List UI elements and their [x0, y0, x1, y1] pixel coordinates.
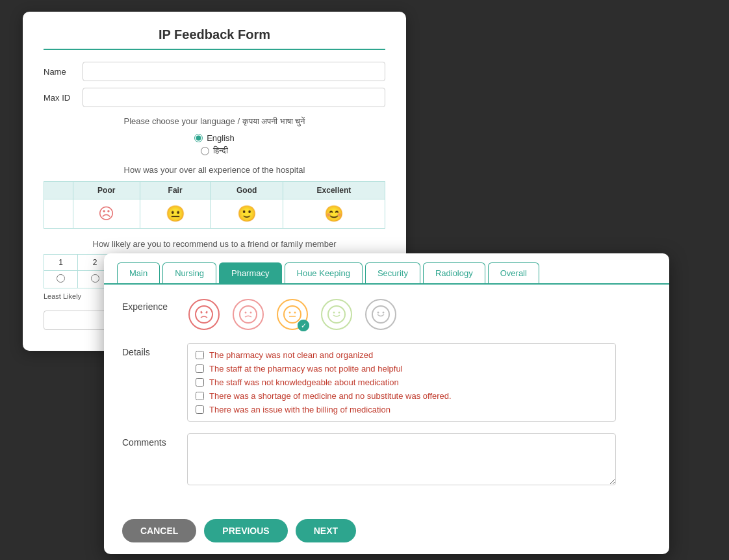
details-label: Details	[122, 343, 187, 357]
tab-nursing[interactable]: Nursing	[162, 262, 216, 283]
previous-button[interactable]: PREVIOUS	[204, 519, 287, 542]
rating-row-label	[44, 199, 73, 229]
detail-text-4: There was a shortage of medicine and no …	[209, 391, 452, 401]
svg-point-6	[284, 306, 301, 323]
face-sad[interactable]	[231, 298, 265, 331]
detail-text-3: The staff was not knowledgeable about me…	[209, 377, 399, 387]
poor-face-cell[interactable]: ☹	[73, 199, 140, 229]
svg-point-9	[328, 306, 345, 323]
hindi-label: हिन्दी	[213, 146, 228, 156]
good-face-cell[interactable]: 🙂	[211, 199, 283, 229]
language-radio-group: English हिन्दी	[44, 133, 385, 156]
excellent-face-cell[interactable]: 😊	[283, 199, 385, 229]
svg-point-7	[289, 312, 291, 314]
excellent-face-icon: 😊	[324, 205, 344, 222]
comments-label: Comments	[122, 433, 187, 448]
fair-face-icon: 😐	[166, 205, 185, 222]
rating-empty-header	[44, 182, 73, 199]
maxid-input[interactable]	[83, 88, 385, 107]
face-happy-circle	[321, 299, 352, 330]
selected-checkmark: ✓	[298, 320, 309, 331]
detail-item-3[interactable]: The staff was not knowledgeable about me…	[196, 377, 608, 387]
name-input[interactable]	[83, 62, 385, 81]
rating-table: Poor Fair Good Excellent ☹ 😐 🙂 😊	[44, 181, 385, 229]
detail-checkbox-1[interactable]	[196, 351, 204, 359]
svg-point-5	[250, 312, 252, 314]
svg-point-0	[196, 306, 212, 323]
next-button[interactable]: NEXT	[296, 519, 356, 542]
fg-content: Experience	[104, 283, 669, 510]
svg-point-3	[240, 306, 257, 323]
experience-label: Experience	[122, 298, 187, 312]
detail-checkbox-4[interactable]	[196, 392, 204, 400]
details-box: The pharmacy was not clean and organized…	[187, 343, 616, 422]
svg-point-13	[377, 312, 379, 314]
experience-prompt: How was your over all experience of the …	[44, 165, 385, 175]
tab-overall[interactable]: Overall	[488, 262, 539, 283]
form-footer: CANCEL PREVIOUS NEXT	[104, 510, 669, 554]
detail-item-5[interactable]: There was an issue with the billing of m…	[196, 405, 608, 414]
experience-faces: ✓	[187, 298, 398, 331]
recommend-prompt: How likely are you to recommend us to a …	[44, 239, 385, 249]
rating-row: ☹ 😐 🙂 😊	[44, 199, 385, 229]
detail-item-1[interactable]: The pharmacy was not clean and organized	[196, 350, 608, 360]
name-row: Name	[44, 62, 385, 81]
scale-1: 1	[44, 255, 78, 271]
face-neutral[interactable]: ✓	[275, 298, 309, 331]
hindi-radio[interactable]	[201, 147, 209, 155]
fair-face-cell[interactable]: 😐	[140, 199, 211, 229]
poor-face-icon: ☹	[98, 205, 114, 222]
good-face-icon: 🙂	[237, 205, 257, 222]
detail-item-4[interactable]: There was a shortage of medicine and no …	[196, 391, 608, 401]
rating-good-header: Good	[211, 182, 283, 199]
detail-item-2[interactable]: The staff at the pharmacy was not polite…	[196, 364, 608, 374]
face-very-sad-circle	[188, 299, 220, 330]
svg-point-4	[245, 312, 247, 314]
face-very-sad[interactable]	[187, 298, 221, 331]
english-label: English	[207, 133, 235, 143]
face-very-happy-circle	[365, 299, 396, 330]
language-english-option[interactable]: English	[194, 133, 235, 143]
tab-housekeeping[interactable]: Houe Keeping	[285, 262, 363, 283]
foreground-form: Main Nursing Pharmacy Houe Keeping Secur…	[104, 253, 669, 554]
svg-point-14	[383, 312, 385, 314]
tab-pharmacy[interactable]: Pharmacy	[219, 262, 282, 283]
tab-main[interactable]: Main	[117, 262, 160, 283]
detail-text-5: There was an issue with the billing of m…	[209, 405, 390, 414]
cancel-button[interactable]: CANCEL	[122, 519, 196, 542]
very-sad-icon	[195, 305, 213, 324]
rating-poor-header: Poor	[73, 182, 140, 199]
face-neutral-circle	[277, 299, 308, 330]
comments-row: Comments	[122, 433, 651, 485]
tab-bar: Main Nursing Pharmacy Houe Keeping Secur…	[104, 253, 669, 283]
face-very-happy[interactable]	[364, 298, 398, 331]
maxid-row: Max ID	[44, 88, 385, 107]
face-sad-circle	[233, 299, 264, 330]
svg-point-8	[294, 312, 296, 314]
bg-form-title: IP Feedback Form	[44, 27, 385, 50]
happy-icon	[327, 305, 346, 324]
detail-checkbox-2[interactable]	[196, 364, 204, 373]
detail-checkbox-3[interactable]	[196, 378, 204, 387]
svg-point-12	[372, 306, 389, 323]
details-row: Details The pharmacy was not clean and o…	[122, 343, 651, 422]
recommend-radio-2[interactable]	[91, 274, 99, 283]
svg-point-10	[333, 312, 335, 314]
maxid-label: Max ID	[44, 93, 83, 103]
comments-textarea[interactable]	[187, 433, 616, 485]
neutral-icon	[283, 305, 301, 324]
svg-point-11	[339, 312, 340, 314]
detail-text-1: The pharmacy was not clean and organized	[209, 350, 373, 360]
name-label: Name	[44, 67, 83, 77]
sad-icon	[239, 305, 257, 324]
language-hindi-option[interactable]: हिन्दी	[201, 146, 228, 156]
detail-text-2: The staff at the pharmacy was not polite…	[209, 364, 403, 374]
english-radio[interactable]	[194, 134, 203, 142]
language-prompt: Please choose your language / कृपया अपनी…	[44, 116, 385, 127]
recommend-radio-1[interactable]	[57, 274, 65, 283]
tab-radiology[interactable]: Radiology	[423, 262, 485, 283]
face-happy[interactable]	[320, 298, 353, 331]
very-happy-icon	[372, 305, 390, 324]
detail-checkbox-5[interactable]	[196, 405, 204, 414]
tab-security[interactable]: Security	[365, 262, 420, 283]
